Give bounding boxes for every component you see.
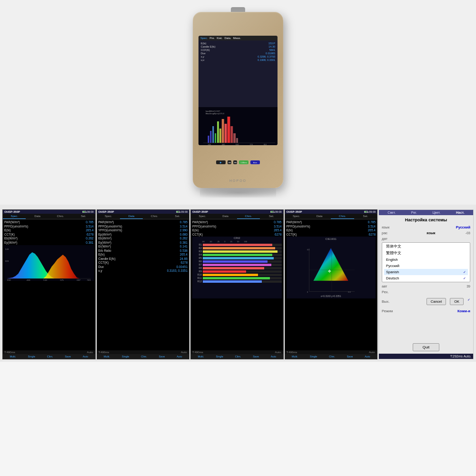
- panel1-title: OHSP-350P: [4, 210, 20, 213]
- lang-option-spanish[interactable]: Spanish ✓: [384, 269, 468, 275]
- panel2-footer-time: T:490ms: [99, 351, 109, 354]
- action-single-1[interactable]: Single: [28, 355, 35, 358]
- panel3-time: 09:09: [275, 210, 282, 213]
- panel-spec: OHSP-350P 09:09 Spec. Data Chro. Set. PA…: [2, 209, 96, 359]
- settings-tab-color[interactable]: Цвет.: [432, 211, 440, 214]
- tab-set-3[interactable]: Set.: [260, 214, 283, 219]
- panel1-chart: 350 466 518 575 687 743 1.8 0.9: [4, 245, 94, 281]
- tab-chro-4[interactable]: Chro.: [331, 214, 354, 219]
- settings-row-reh: Рех.: [382, 290, 470, 294]
- panel4-title: OHSP-350P: [287, 210, 302, 213]
- panel4-body: PAR(W/m²)0.785 PPFD(umol/m²/s)3.514 E(lx…: [285, 219, 377, 350]
- action-clim-4[interactable]: Clim.: [329, 355, 335, 358]
- lang-option-zhtw[interactable]: 繁體中文: [384, 250, 468, 257]
- svg-text:466: 466: [27, 279, 30, 281]
- settings-row-vuh: Вых. Cancel OK ✓: [382, 296, 470, 307]
- svg-text:910: 910: [264, 143, 267, 145]
- tab-spec-2[interactable]: Spec.: [97, 214, 120, 219]
- action-auto-4[interactable]: Auto: [365, 355, 370, 358]
- svg-rect-8: [222, 119, 224, 143]
- action-multi-4[interactable]: Multi.: [292, 355, 298, 358]
- panel1-tabs[interactable]: Spec. Data Chro. Set.: [3, 214, 95, 219]
- panel2-body: PAR(W/m²)0.785 PPFD(umol/m²/s)3.514 YPFD…: [97, 219, 189, 350]
- action-single-4[interactable]: Single: [310, 355, 317, 358]
- panel1-time: 09:09: [87, 210, 94, 213]
- svg-text:630: 630: [236, 143, 239, 145]
- device-tab-pre: Pre.: [209, 37, 215, 40]
- tab-data-1[interactable]: Data: [26, 214, 49, 219]
- settings-tab-nast[interactable]: Наст.: [456, 211, 465, 214]
- panel1-status: 09:09: [82, 210, 94, 213]
- lang-option-deutsch[interactable]: Deutsch ✓: [384, 275, 468, 281]
- action-clim-2[interactable]: Clim.: [141, 355, 147, 358]
- panel4-footer: T:490ms Auto.: [285, 350, 377, 354]
- tab-chro-1[interactable]: Chro.: [49, 214, 72, 219]
- action-clim-1[interactable]: Clim.: [47, 355, 53, 358]
- lang-option-zhcn[interactable]: 简体中文: [384, 243, 468, 250]
- screens-area: OHSP-350P 09:09 Spec. Data Chro. Set. PA…: [0, 205, 476, 362]
- panel2-tabs[interactable]: Spec. Data Chro. Set.: [97, 214, 189, 219]
- lang-label-spanish: Spanish: [386, 270, 399, 274]
- language-dropdown[interactable]: 简体中文 繁體中文 English Русский Spanish ✓ Deut…: [382, 242, 470, 282]
- action-auto-3[interactable]: Auto: [271, 355, 276, 358]
- action-save-2[interactable]: Save: [159, 355, 165, 358]
- quit-button[interactable]: Quit: [413, 343, 440, 351]
- settings-header: Свет. Рег. Цвет. Наст.: [379, 210, 473, 215]
- tab-spec-4[interactable]: Spec.: [285, 214, 308, 219]
- settings-label-ras: рас: [382, 231, 398, 235]
- action-single-2[interactable]: Single: [122, 355, 129, 358]
- action-multi-1[interactable]: Multi.: [10, 355, 16, 358]
- tab-chro-3[interactable]: Chro.: [237, 214, 260, 219]
- tab-set-4[interactable]: Set.: [354, 214, 377, 219]
- action-save-3[interactable]: Save: [253, 355, 259, 358]
- panel1-footer: T:490ms Auto.: [3, 350, 95, 354]
- cancel-button[interactable]: Cancel: [426, 298, 446, 305]
- device-brand: HOPOO: [229, 179, 247, 182]
- lang-option-russian[interactable]: Русский: [384, 263, 468, 269]
- panel4-footer-auto: Auto.: [369, 351, 376, 354]
- svg-text:0: 0: [307, 291, 308, 293]
- action-multi-3[interactable]: Multi.: [198, 355, 204, 358]
- settings-tab-svet[interactable]: Свет.: [387, 211, 396, 214]
- tab-set-2[interactable]: Set.: [166, 214, 189, 219]
- tab-set-1[interactable]: Set.: [72, 214, 95, 219]
- action-auto-1[interactable]: Auto: [83, 355, 88, 358]
- action-save-1[interactable]: Save: [65, 355, 71, 358]
- panel4-footer-time: T:490ms: [287, 351, 298, 354]
- settings-value-mode: Комм-я: [457, 309, 470, 313]
- device-tab-spec: Spec.: [200, 37, 208, 40]
- lang-label-russian: Русский: [386, 264, 399, 268]
- action-clim-3[interactable]: Clim.: [235, 355, 241, 358]
- lang-label-zhtw: 繁體中文: [386, 251, 401, 256]
- tab-data-4[interactable]: Data: [308, 214, 331, 219]
- action-save-4[interactable]: Save: [347, 355, 353, 358]
- svg-rect-5: [215, 133, 216, 143]
- panel3-footer: T:490ms Auto.: [191, 350, 283, 354]
- settings-label-mode: Режим: [382, 309, 398, 313]
- ok-button[interactable]: OK: [450, 298, 464, 305]
- tab-spec-1[interactable]: Spec.: [3, 214, 26, 219]
- svg-rect-9: [225, 124, 227, 143]
- device-body: Spec. Pre. Kiet. Data. Meas. E(lx)153.P …: [193, 12, 283, 188]
- panel3-title: OHSP-350P: [192, 210, 208, 213]
- svg-rect-6: [217, 121, 219, 143]
- settings-label-vuh: Вых.: [382, 299, 398, 304]
- settings-tab-reg[interactable]: Рег.: [411, 211, 417, 214]
- tab-data-2[interactable]: Data: [120, 214, 143, 219]
- cri-chart: CRI2 -90 -50 -25 0 25 50 100 R1 R2 R3 R4…: [192, 237, 282, 298]
- panel4-tabs[interactable]: Spec. Data Chro. Set.: [285, 214, 377, 219]
- deutsch-checkmark: ✓: [463, 277, 466, 280]
- tab-chro-2[interactable]: Chro.: [143, 214, 166, 219]
- svg-text:490: 490: [222, 143, 225, 145]
- lang-option-english[interactable]: English: [384, 257, 468, 263]
- tab-data-3[interactable]: Data: [214, 214, 237, 219]
- settings-label-dat: дат: [382, 237, 398, 241]
- settings-row-dat: дат: [382, 237, 470, 241]
- tab-spec-3[interactable]: Spec.: [191, 214, 214, 219]
- action-multi-2[interactable]: Multi.: [104, 355, 110, 358]
- panel3-tabs[interactable]: Spec. Data Chro. Set.: [191, 214, 283, 219]
- action-auto-2[interactable]: Auto: [177, 355, 182, 358]
- action-single-3[interactable]: Single: [216, 355, 223, 358]
- panel2-status: 09:09: [176, 210, 188, 213]
- svg-text:0.8: 0.8: [348, 291, 351, 293]
